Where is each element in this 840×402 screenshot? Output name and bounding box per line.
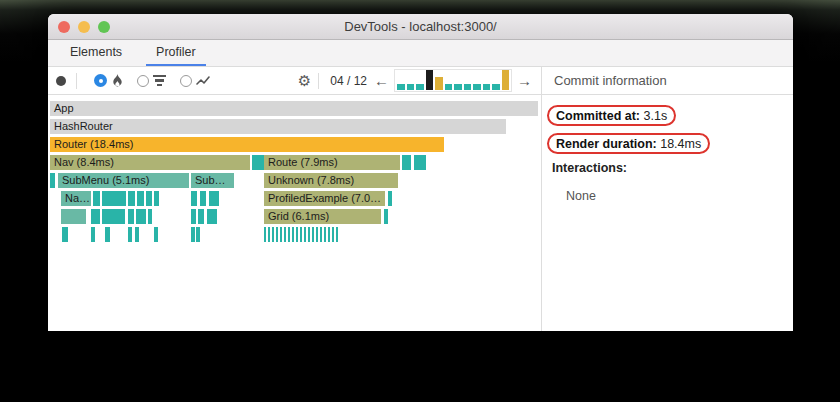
render-duration-label: Render duration: [556,137,657,151]
flame-bar-submenu[interactable]: SubMenu (5.1ms) [58,173,189,188]
flame-bar[interactable] [102,191,126,206]
toolbar-divider [76,73,77,89]
flame-bar[interactable] [146,191,152,206]
devtools-window: DevTools - localhost:3000/ Elements Prof… [48,14,793,331]
flame-bar[interactable] [209,191,219,206]
flame-bar[interactable] [91,209,100,224]
flame-bar[interactable] [154,191,159,206]
flame-bar[interactable] [102,209,125,224]
flame-bar-grid[interactable]: Grid (6.1ms) [264,209,381,224]
flame-bar[interactable] [91,227,95,242]
flame-bar[interactable] [128,209,134,224]
flame-bar[interactable] [207,209,217,224]
committed-at-label: Committed at: [556,109,640,123]
committed-at-line: Committed at: 3.1s [552,105,783,126]
flame-bar[interactable] [62,227,68,242]
tab-elements[interactable]: Elements [60,40,132,66]
window-title: DevTools - localhost:3000/ [48,14,793,40]
flame-bar-profiledexample[interactable]: ProfiledExample (7.0ms) [264,191,385,206]
commit-bar[interactable] [435,77,443,90]
flame-bar[interactable] [191,209,196,224]
commit-bar[interactable] [464,84,472,90]
flame-bar-hashrouter[interactable]: HashRouter [50,119,506,134]
commit-bar[interactable] [397,84,405,90]
flame-bar[interactable] [264,227,338,242]
flame-bar[interactable] [200,191,206,206]
flame-bar[interactable] [384,209,388,224]
interactions-chart-icon[interactable] [196,76,210,86]
commit-bar[interactable] [426,70,434,90]
flame-bar[interactable] [402,155,411,170]
flame-bar-nav[interactable]: Nav (8.4ms) [50,155,250,170]
title-bar: DevTools - localhost:3000/ [48,14,793,40]
record-icon[interactable] [56,76,66,86]
flame-bar-app[interactable]: App [50,101,538,116]
flame-bar-na[interactable]: Na… [61,191,91,206]
commit-bar[interactable] [407,84,415,90]
ranked-chart-icon[interactable] [153,75,166,87]
interactions-mode-radio[interactable] [180,75,192,87]
flame-bar-route[interactable]: Route (7.9ms) [264,155,400,170]
flame-bar[interactable] [105,227,110,242]
next-commit-arrow-icon[interactable]: → [514,73,535,88]
flame-bar-subm[interactable]: SubM… [191,173,234,188]
commit-bar[interactable] [454,84,462,90]
tab-profiler[interactable]: Profiler [146,40,206,66]
ranked-mode-radio[interactable] [137,75,149,87]
tab-bar: Elements Profiler [48,40,793,67]
flame-bar-router[interactable]: Router (18.4ms) [50,137,444,152]
profiler-toolbar: ⚙ 04 / 12 ← → [48,67,541,95]
flame-bar[interactable] [198,209,204,224]
flame-bar-unknown[interactable]: Unknown (7.8ms) [264,173,398,188]
interactions-value: None [566,189,783,203]
flame-bar[interactable] [191,227,195,242]
commit-bar[interactable] [416,84,424,90]
flame-bar[interactable] [191,191,197,206]
flame-bar[interactable] [135,227,139,242]
flame-bar[interactable] [137,191,144,206]
commit-bar[interactable] [473,84,481,90]
previous-commit-arrow-icon[interactable]: ← [371,73,392,88]
flame-graph: AppHashRouterRouter (18.4ms)Nav (8.4ms)R… [48,95,541,331]
flame-bar[interactable] [196,227,200,242]
gear-icon[interactable]: ⚙ [298,73,311,88]
commit-index-label: 04 / 12 [330,74,367,88]
flame-bar[interactable] [388,191,392,206]
commit-bar[interactable] [483,84,491,90]
flame-bar[interactable] [61,209,86,224]
commit-information-header: Commit information [542,67,793,95]
render-duration-annotation: Render duration: 18.4ms [547,133,710,154]
render-duration-line: Render duration: 18.4ms [552,133,783,154]
flame-bar[interactable] [154,227,158,242]
toolbar-divider [318,73,319,89]
commit-bar[interactable] [445,84,453,90]
flame-icon[interactable] [111,74,123,88]
flamegraph-mode-radio[interactable] [94,74,107,87]
flame-bar[interactable] [422,155,426,170]
flame-bar[interactable] [93,191,100,206]
flame-bar[interactable] [148,209,152,224]
flame-bar[interactable] [136,209,146,224]
commit-bar[interactable] [492,84,500,90]
committed-at-annotation: Committed at: 3.1s [547,105,676,126]
committed-at-value: 3.1s [640,109,667,123]
render-duration-value: 18.4ms [657,137,701,151]
flame-bar[interactable] [128,227,132,242]
commit-selector-chart[interactable] [394,69,512,92]
flame-bar[interactable] [50,173,55,188]
commit-information-panel: Commit information Committed at: 3.1s Re… [542,67,793,331]
flame-bar[interactable] [128,191,135,206]
commit-bar[interactable] [502,70,510,90]
interactions-label: Interactions: [552,161,783,175]
